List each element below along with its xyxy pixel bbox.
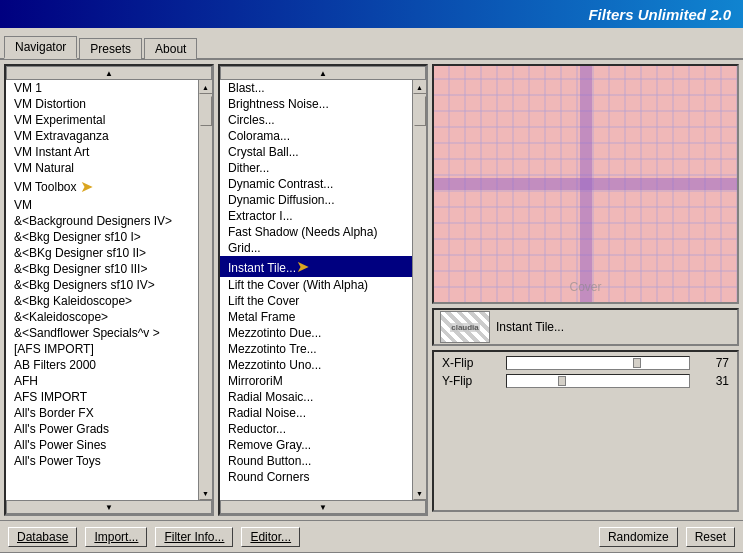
- preview-area: Cover: [432, 64, 739, 304]
- filter-info-btn[interactable]: Filter Info...: [155, 527, 233, 547]
- middle-list-item[interactable]: MirrororiM: [220, 373, 412, 389]
- middle-list-item-label: Remove Gray...: [228, 438, 311, 452]
- left-scroll-thumb[interactable]: [200, 96, 212, 126]
- middle-scroll-thumb[interactable]: [414, 96, 426, 126]
- middle-list-item[interactable]: Radial Noise...: [220, 405, 412, 421]
- left-list-item[interactable]: VM Extravaganza: [6, 128, 198, 144]
- arrow-icon: ➤: [296, 257, 309, 276]
- middle-list-item-label: Metal Frame: [228, 310, 295, 324]
- left-list-item[interactable]: &<Bkg Designer sf10 III>: [6, 261, 198, 277]
- database-btn[interactable]: Database: [8, 527, 77, 547]
- middle-list-item[interactable]: Metal Frame: [220, 309, 412, 325]
- middle-list-item[interactable]: Circles...: [220, 112, 412, 128]
- left-list-item-label: &<Kaleidoscope>: [14, 310, 108, 324]
- middle-list-item[interactable]: Round Corners: [220, 469, 412, 485]
- app-title: Filters Unlimited 2.0: [588, 6, 731, 23]
- middle-list-item[interactable]: Mezzotinto Tre...: [220, 341, 412, 357]
- middle-list-item[interactable]: Dither...: [220, 160, 412, 176]
- left-list-item-label: VM 1: [14, 81, 42, 95]
- left-list-item[interactable]: &<BKg Designer sf10 II>: [6, 245, 198, 261]
- left-list-item[interactable]: All's Power Toys: [6, 453, 198, 469]
- middle-list-item[interactable]: Lift the Cover: [220, 293, 412, 309]
- left-list-item[interactable]: AFH: [6, 373, 198, 389]
- thumbnail-text: claudia: [450, 323, 480, 332]
- left-list-item[interactable]: AFS IMPORT: [6, 389, 198, 405]
- reset-btn[interactable]: Reset: [686, 527, 735, 547]
- middle-list-item-label: Fast Shadow (Needs Alpha): [228, 225, 377, 239]
- left-list-item[interactable]: All's Border FX: [6, 405, 198, 421]
- middle-list-item-label: Grid...: [228, 241, 261, 255]
- left-list-item-label: AFS IMPORT: [14, 390, 87, 404]
- left-list-item-label: All's Power Grads: [14, 422, 109, 436]
- left-list-item-label: VM Natural: [14, 161, 74, 175]
- middle-list-item[interactable]: Grid...: [220, 240, 412, 256]
- middle-scroll-down[interactable]: ▼: [220, 500, 426, 514]
- left-list-item-label: VM Toolbox: [14, 180, 76, 194]
- left-list-item[interactable]: &<Background Designers IV>: [6, 213, 198, 229]
- middle-list-item[interactable]: Instant Tile... ➤: [220, 256, 412, 277]
- left-scrollbar: ▲ ▼: [198, 80, 212, 500]
- middle-list-item[interactable]: Extractor I...: [220, 208, 412, 224]
- middle-list-item[interactable]: Round Button...: [220, 453, 412, 469]
- middle-list-item[interactable]: Mezzotinto Due...: [220, 325, 412, 341]
- middle-list-item[interactable]: Dynamic Contrast...: [220, 176, 412, 192]
- left-list-item[interactable]: &<Kaleidoscope>: [6, 309, 198, 325]
- editor-btn[interactable]: Editor...: [241, 527, 300, 547]
- tab-presets[interactable]: Presets: [79, 38, 142, 59]
- left-list-item-label: &<Bkg Designers sf10 IV>: [14, 278, 155, 292]
- middle-list-item[interactable]: Lift the Cover (With Alpha): [220, 277, 412, 293]
- param-slider-track[interactable]: [506, 356, 690, 370]
- left-list-item[interactable]: &<Bkg Designer sf10 I>: [6, 229, 198, 245]
- left-list-item[interactable]: VM Instant Art: [6, 144, 198, 160]
- cover-text: Cover: [569, 280, 601, 294]
- middle-list-item[interactable]: Remove Gray...: [220, 437, 412, 453]
- middle-scroll-btn-up[interactable]: ▲: [413, 80, 427, 94]
- middle-list-item[interactable]: Brightness Noise...: [220, 96, 412, 112]
- tab-navigator[interactable]: Navigator: [4, 36, 77, 59]
- left-list-item[interactable]: VM: [6, 197, 198, 213]
- middle-list-item[interactable]: Colorama...: [220, 128, 412, 144]
- middle-list-item-label: Round Button...: [228, 454, 311, 468]
- tab-about[interactable]: About: [144, 38, 197, 59]
- middle-list-item[interactable]: Dynamic Diffusion...: [220, 192, 412, 208]
- middle-list-item-label: Mezzotinto Uno...: [228, 358, 321, 372]
- left-scroll-btn-down[interactable]: ▼: [199, 486, 213, 500]
- left-list-item[interactable]: VM Toolbox ➤: [6, 176, 198, 197]
- param-slider-thumb[interactable]: [633, 358, 641, 368]
- arrow-icon: ➤: [80, 177, 93, 196]
- middle-scroll-btn-down[interactable]: ▼: [413, 486, 427, 500]
- info-area: claudia Instant Tile...: [432, 308, 739, 346]
- middle-list-item[interactable]: Crystal Ball...: [220, 144, 412, 160]
- middle-list-item-label: Reductor...: [228, 422, 286, 436]
- left-list-item[interactable]: AB Filters 2000: [6, 357, 198, 373]
- import-btn[interactable]: Import...: [85, 527, 147, 547]
- middle-list-item[interactable]: Reductor...: [220, 421, 412, 437]
- left-scroll-btn-up[interactable]: ▲: [199, 80, 213, 94]
- left-list-item[interactable]: &<Bkg Designers sf10 IV>: [6, 277, 198, 293]
- left-scroll-up[interactable]: ▲: [6, 66, 212, 80]
- middle-list-item-label: Crystal Ball...: [228, 145, 299, 159]
- middle-list-item[interactable]: Radial Mosaic...: [220, 389, 412, 405]
- info-thumbnail: claudia: [440, 311, 490, 343]
- randomize-btn[interactable]: Randomize: [599, 527, 678, 547]
- left-list-item[interactable]: All's Power Sines: [6, 437, 198, 453]
- param-slider-thumb[interactable]: [558, 376, 566, 386]
- param-slider-track[interactable]: [506, 374, 690, 388]
- left-scroll-down[interactable]: ▼: [6, 500, 212, 514]
- tab-bar: Navigator Presets About: [0, 28, 743, 60]
- left-list-item[interactable]: VM Distortion: [6, 96, 198, 112]
- left-list-item[interactable]: [AFS IMPORT]: [6, 341, 198, 357]
- middle-list-item[interactable]: Blast...: [220, 80, 412, 96]
- left-list-item-label: VM Instant Art: [14, 145, 89, 159]
- left-list-item-label: VM: [14, 198, 32, 212]
- left-list-item[interactable]: &<Sandflower Specials^v >: [6, 325, 198, 341]
- middle-list-item[interactable]: Fast Shadow (Needs Alpha): [220, 224, 412, 240]
- left-list-item[interactable]: VM Experimental: [6, 112, 198, 128]
- left-list-item[interactable]: &<Bkg Kaleidoscope>: [6, 293, 198, 309]
- left-list-item[interactable]: VM 1: [6, 80, 198, 96]
- left-list-item[interactable]: All's Power Grads: [6, 421, 198, 437]
- middle-list-item-label: Colorama...: [228, 129, 290, 143]
- middle-list-item[interactable]: Mezzotinto Uno...: [220, 357, 412, 373]
- middle-scroll-up[interactable]: ▲: [220, 66, 426, 80]
- left-list-item[interactable]: VM Natural: [6, 160, 198, 176]
